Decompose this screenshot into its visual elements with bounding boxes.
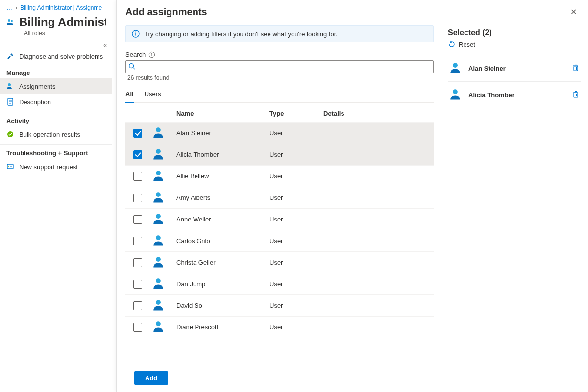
info-bar: Try changing or adding filters if you do… [125,25,434,42]
selected-item: Alan Steiner [448,55,581,81]
row-checkbox[interactable] [133,301,142,310]
selected-name: Alicia Thomber [468,91,565,98]
col-name[interactable]: Name [176,110,270,117]
avatar [152,191,176,205]
row-checkbox[interactable] [133,237,142,245]
table-row[interactable]: David SoUser [125,295,434,317]
info-small-icon[interactable] [148,51,155,58]
row-checkbox[interactable] [133,258,142,267]
add-button[interactable]: Add [134,371,168,385]
col-details[interactable]: Details [323,110,432,117]
table-row[interactable]: Anne WeilerUser [125,209,434,230]
svg-rect-30 [574,66,578,71]
svg-point-29 [453,63,458,68]
row-type: User [270,259,323,266]
selected-name: Alan Steiner [468,65,565,72]
row-name: Carlos Grilo [176,237,270,245]
svg-rect-13 [135,33,136,36]
row-type: User [270,151,323,158]
table-row[interactable]: Allie BellewUser [125,166,434,187]
tab-all[interactable]: All [125,88,134,102]
breadcrumb[interactable]: … › Billing Administrator | Assignme [0,0,112,11]
reset-icon [448,40,456,48]
table-row[interactable]: Alan SteinerUser [125,122,434,144]
col-type[interactable]: Type [270,110,323,117]
svg-point-19 [156,127,161,132]
row-checkbox[interactable] [133,172,142,181]
table-row[interactable]: Amy AlbertsUser [125,187,434,209]
nav-bulk[interactable]: Bulk operation results [0,126,112,142]
selected-title: Selected (2) [448,28,492,37]
table-row[interactable]: Dan JumpUser [125,273,434,295]
user-icon [152,255,165,268]
user-icon [449,61,462,74]
user-icon [152,277,165,290]
table-row[interactable]: Carlos GriloUser [125,230,434,252]
user-icon [449,88,462,100]
row-type: User [270,302,323,309]
table-row[interactable]: Diane PrescottUser [125,317,434,337]
support-icon [6,163,14,171]
svg-line-18 [133,68,135,70]
row-type: User [270,172,323,180]
row-checkbox[interactable] [133,323,142,332]
avatar [449,88,462,102]
page-subtitle: All roles [0,30,112,40]
avatar [449,61,462,75]
trash-icon [572,90,580,98]
row-name: Diane Prescott [176,323,270,331]
breadcrumb-link[interactable]: Billing Administrator | Assignme [20,4,102,11]
avatar [152,234,176,248]
selected-item: Alicia Thomber [448,81,581,108]
row-checkbox[interactable] [133,194,142,202]
document-icon [6,98,14,106]
search-input[interactable] [125,60,434,73]
user-icon [152,169,165,182]
table-row[interactable]: Christa GellerUser [125,252,434,273]
nav-description[interactable]: Description [0,94,112,110]
row-name: Anne Weiler [176,216,270,223]
svg-rect-16 [152,54,152,56]
avatar [152,255,176,270]
results-list[interactable]: Alan SteinerUserAlicia ThomberUserAllie … [125,122,434,337]
collapse-nav-button[interactable]: « [0,40,112,49]
user-icon [152,320,165,333]
table-row[interactable]: Alicia ThomberUser [125,144,434,166]
row-checkbox[interactable] [133,129,142,138]
reset-button[interactable]: Reset [448,38,581,55]
remove-button[interactable] [572,64,580,73]
add-assignments-panel: Add assignments ✕ Try changing or adding… [116,0,588,392]
remove-button[interactable] [572,90,580,99]
svg-point-25 [156,257,161,262]
svg-point-20 [156,149,161,154]
horizontal-scrollbar[interactable] [125,339,434,347]
row-checkbox[interactable] [133,215,142,224]
row-type: User [270,129,323,137]
avatar [152,298,176,313]
close-icon[interactable]: ✕ [568,5,579,19]
svg-point-15 [151,53,152,54]
nav-section-manage: Manage [0,64,112,78]
search-icon [128,63,135,70]
search-label: Search [125,51,146,58]
nav-diagnose[interactable]: Diagnose and solve problems [0,49,112,64]
row-checkbox[interactable] [133,280,142,289]
people-small-icon [6,82,14,90]
chevron-right-icon: › [15,4,17,11]
row-name: Allie Bellew [176,172,270,180]
results-count: 26 results found [127,74,434,81]
trash-icon [572,64,580,72]
breadcrumb-more[interactable]: … [6,4,12,11]
nav-support[interactable]: New support request [0,159,112,174]
panel-title: Add assignments [125,6,207,18]
svg-point-1 [11,20,13,22]
tab-users[interactable]: Users [145,88,161,102]
svg-point-0 [8,19,10,22]
nav-assignments[interactable]: Assignments [0,78,112,94]
page-title: Billing Administrator [19,15,106,29]
row-type: User [270,323,323,331]
nav-label: New support request [19,163,78,171]
user-icon [152,126,165,139]
row-checkbox[interactable] [133,150,142,159]
row-name: Christa Geller [176,259,270,266]
